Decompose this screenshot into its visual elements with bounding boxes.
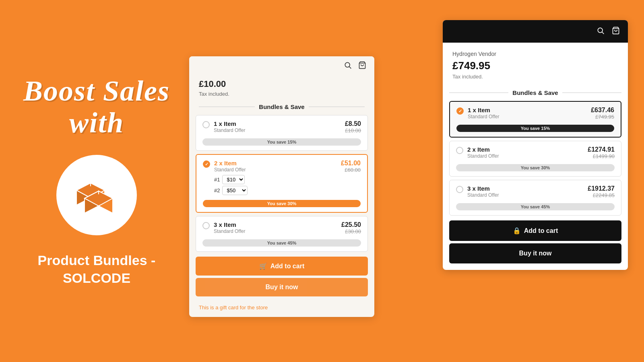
middle-price: £10.00 <box>189 76 374 91</box>
right-bundle-3-price-old: £2249.85 <box>588 192 615 198</box>
search-icon-right[interactable] <box>597 27 605 36</box>
bundle-1-name: 1 x Item <box>214 120 246 127</box>
svg-point-8 <box>345 62 350 67</box>
right-bundle-1-save-badge: You save 15% <box>456 125 614 132</box>
middle-bundle-3[interactable]: 3 x Item Standard Offer £25.50 £30.00 Yo… <box>196 216 368 252</box>
right-buy-now-label: Buy it now <box>519 250 552 257</box>
right-bundle-1-radio[interactable] <box>456 107 464 115</box>
right-bundle-2-price-old: £1499.90 <box>588 153 615 159</box>
bundle-3-price-old: £30.00 <box>341 228 361 234</box>
bundle-1-price-new: £8.50 <box>345 120 361 128</box>
buy-it-now-label: Buy it now <box>266 284 298 290</box>
svg-line-9 <box>349 67 351 69</box>
product-subtitle: Product Bundles - SOLCODE <box>16 251 177 287</box>
bundle-1-offer: Standard Offer <box>214 128 246 133</box>
right-card-info: Hydrogen Vendor £749.95 Tax included. <box>443 43 628 89</box>
boxes-icon <box>72 171 121 219</box>
bundle-2-price-new: £51.00 <box>341 160 361 167</box>
svg-line-12 <box>602 32 604 34</box>
bundle-2-offer: Standard Offer <box>214 167 248 173</box>
right-bundle-3-offer: Standard Offer <box>467 192 499 198</box>
bundles-title: Bundles & Save <box>259 103 304 110</box>
search-icon[interactable] <box>344 61 352 71</box>
right-bundle-2-radio[interactable] <box>456 147 463 154</box>
right-bundle-3[interactable]: 3 x Item Standard Offer £1912.37 £2249.8… <box>449 180 621 216</box>
right-bundles-title: Bundles & Save <box>512 89 558 96</box>
product-price: £749.95 <box>452 60 618 72</box>
right-bundle-1[interactable]: 1 x Item Standard Offer £637.46 £749.95 … <box>449 101 621 138</box>
middle-tax: Tax included. <box>189 91 374 103</box>
add-to-cart-label: Add to cart <box>270 263 304 270</box>
cart-icon[interactable] <box>358 61 366 71</box>
bundle-3-name: 3 x Item <box>214 221 246 228</box>
right-bundle-2-name: 2 x Item <box>467 146 499 153</box>
bundle-2-save-badge: You save 30% <box>203 200 361 207</box>
vendor-name: Hydrogen Vendor <box>452 51 618 57</box>
logo-circle <box>56 155 137 235</box>
lock-icon: 🔒 <box>513 227 521 234</box>
boost-title: Boost Sales with <box>23 75 170 139</box>
bundle-2-select-1[interactable]: $10 $20 $50 <box>222 175 245 184</box>
bundle-3-save-badge: You save 45% <box>202 239 361 247</box>
right-bundle-1-name: 1 x Item <box>468 107 500 113</box>
bundle-2-price-old: £60.00 <box>341 167 361 173</box>
right-bundle-2-offer: Standard Offer <box>467 153 499 159</box>
middle-bundle-1[interactable]: 1 x Item Standard Offer £8.50 £10.00 You… <box>196 115 368 151</box>
right-card: Hydrogen Vendor £749.95 Tax included. Bu… <box>443 20 628 270</box>
right-bundle-3-radio[interactable] <box>456 186 463 193</box>
right-tax-label: Tax included. <box>452 74 618 80</box>
svg-point-11 <box>598 28 603 33</box>
middle-card-header <box>189 56 374 76</box>
middle-buy-it-now-button[interactable]: Buy it now <box>196 278 368 296</box>
select-2-label: #2 <box>214 187 220 193</box>
middle-bundle-2[interactable]: 2 x Item Standard Offer #1 $10 $20 $50 <box>196 154 368 213</box>
right-bundle-3-name: 3 x Item <box>467 185 499 192</box>
bundle-3-radio[interactable] <box>202 222 210 229</box>
right-bundle-2-save-badge: You save 30% <box>456 164 615 171</box>
cart-icon-right[interactable] <box>612 27 620 36</box>
cart-icon-btn: 🛒 <box>259 262 267 270</box>
bundle-1-price-old: £10.00 <box>345 128 361 134</box>
gift-card-note: This is a gift card for the store <box>189 301 374 317</box>
right-add-to-cart-button[interactable]: 🔒 Add to cart <box>449 220 621 241</box>
middle-add-to-cart-button[interactable]: 🛒 Add to cart <box>196 257 368 276</box>
left-section: Boost Sales with Product Bundles - SOLCO… <box>0 0 193 362</box>
bundle-2-name: 2 x Item <box>214 160 248 167</box>
middle-bundles-header: Bundles & Save <box>189 103 374 115</box>
right-bundle-1-offer: Standard Offer <box>468 114 500 119</box>
bundle-2-radio[interactable] <box>203 160 210 168</box>
bundle-3-offer: Standard Offer <box>214 228 246 234</box>
right-bundle-3-price-new: £1912.37 <box>588 185 615 192</box>
bundle-3-price-new: £25.50 <box>341 221 361 228</box>
right-bundles-header: Bundles & Save <box>449 89 621 96</box>
bundle-2-select-2[interactable]: $50 $10 $100 <box>222 186 248 195</box>
bundle-2-selects: #1 $10 $20 $50 #2 $50 $10 <box>214 175 248 195</box>
right-add-to-cart-label: Add to cart <box>524 227 558 234</box>
select-1-label: #1 <box>214 177 220 183</box>
right-bundle-1-price-old: £749.95 <box>591 114 614 120</box>
right-bundle-2[interactable]: 2 x Item Standard Offer £1274.91 £1499.9… <box>449 141 621 177</box>
bundle-1-save-badge: You save 15% <box>202 138 361 146</box>
right-bundle-1-price-new: £637.46 <box>591 107 614 114</box>
right-card-topbar <box>443 20 628 43</box>
right-bundle-2-price-new: £1274.91 <box>588 146 615 153</box>
middle-card: £10.00 Tax included. Bundles & Save 1 x … <box>189 56 374 317</box>
right-bundle-3-save-badge: You save 45% <box>456 203 615 210</box>
right-buy-it-now-button[interactable]: Buy it now <box>449 243 621 263</box>
bundle-1-radio[interactable] <box>202 121 210 128</box>
